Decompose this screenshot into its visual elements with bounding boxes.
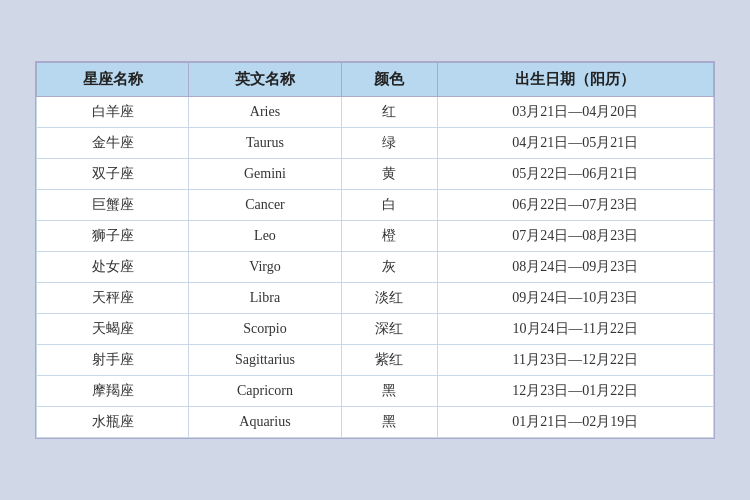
cell-color: 绿	[341, 128, 437, 159]
cell-dates: 06月22日—07月23日	[437, 190, 713, 221]
table-row: 金牛座Taurus绿04月21日—05月21日	[37, 128, 714, 159]
cell-color: 黑	[341, 376, 437, 407]
cell-color: 黄	[341, 159, 437, 190]
cell-color: 白	[341, 190, 437, 221]
cell-chinese: 狮子座	[37, 221, 189, 252]
table-row: 处女座Virgo灰08月24日—09月23日	[37, 252, 714, 283]
table-header-row: 星座名称 英文名称 颜色 出生日期（阳历）	[37, 63, 714, 97]
cell-color: 深红	[341, 314, 437, 345]
col-header-chinese: 星座名称	[37, 63, 189, 97]
table-row: 天秤座Libra淡红09月24日—10月23日	[37, 283, 714, 314]
cell-color: 灰	[341, 252, 437, 283]
cell-english: Capricorn	[189, 376, 341, 407]
cell-chinese: 天秤座	[37, 283, 189, 314]
cell-chinese: 摩羯座	[37, 376, 189, 407]
cell-color: 紫红	[341, 345, 437, 376]
col-header-dates: 出生日期（阳历）	[437, 63, 713, 97]
table-row: 天蝎座Scorpio深红10月24日—11月22日	[37, 314, 714, 345]
cell-dates: 07月24日—08月23日	[437, 221, 713, 252]
cell-english: Leo	[189, 221, 341, 252]
cell-english: Cancer	[189, 190, 341, 221]
table-row: 巨蟹座Cancer白06月22日—07月23日	[37, 190, 714, 221]
table-row: 射手座Sagittarius紫红11月23日—12月22日	[37, 345, 714, 376]
cell-english: Sagittarius	[189, 345, 341, 376]
cell-english: Taurus	[189, 128, 341, 159]
cell-english: Virgo	[189, 252, 341, 283]
cell-dates: 01月21日—02月19日	[437, 407, 713, 438]
cell-chinese: 水瓶座	[37, 407, 189, 438]
cell-english: Gemini	[189, 159, 341, 190]
col-header-english: 英文名称	[189, 63, 341, 97]
cell-chinese: 天蝎座	[37, 314, 189, 345]
col-header-color: 颜色	[341, 63, 437, 97]
cell-color: 橙	[341, 221, 437, 252]
table-row: 双子座Gemini黄05月22日—06月21日	[37, 159, 714, 190]
cell-english: Aquarius	[189, 407, 341, 438]
cell-english: Libra	[189, 283, 341, 314]
cell-chinese: 金牛座	[37, 128, 189, 159]
zodiac-table-container: 星座名称 英文名称 颜色 出生日期（阳历） 白羊座Aries红03月21日—04…	[35, 61, 715, 439]
zodiac-table: 星座名称 英文名称 颜色 出生日期（阳历） 白羊座Aries红03月21日—04…	[36, 62, 714, 438]
cell-chinese: 处女座	[37, 252, 189, 283]
table-row: 摩羯座Capricorn黑12月23日—01月22日	[37, 376, 714, 407]
table-row: 白羊座Aries红03月21日—04月20日	[37, 97, 714, 128]
cell-dates: 09月24日—10月23日	[437, 283, 713, 314]
cell-dates: 08月24日—09月23日	[437, 252, 713, 283]
cell-dates: 11月23日—12月22日	[437, 345, 713, 376]
table-row: 狮子座Leo橙07月24日—08月23日	[37, 221, 714, 252]
cell-chinese: 双子座	[37, 159, 189, 190]
table-row: 水瓶座Aquarius黑01月21日—02月19日	[37, 407, 714, 438]
cell-color: 红	[341, 97, 437, 128]
cell-dates: 05月22日—06月21日	[437, 159, 713, 190]
cell-color: 淡红	[341, 283, 437, 314]
cell-dates: 04月21日—05月21日	[437, 128, 713, 159]
cell-english: Scorpio	[189, 314, 341, 345]
table-body: 白羊座Aries红03月21日—04月20日金牛座Taurus绿04月21日—0…	[37, 97, 714, 438]
cell-english: Aries	[189, 97, 341, 128]
cell-dates: 03月21日—04月20日	[437, 97, 713, 128]
cell-dates: 10月24日—11月22日	[437, 314, 713, 345]
cell-dates: 12月23日—01月22日	[437, 376, 713, 407]
cell-color: 黑	[341, 407, 437, 438]
cell-chinese: 白羊座	[37, 97, 189, 128]
cell-chinese: 射手座	[37, 345, 189, 376]
cell-chinese: 巨蟹座	[37, 190, 189, 221]
